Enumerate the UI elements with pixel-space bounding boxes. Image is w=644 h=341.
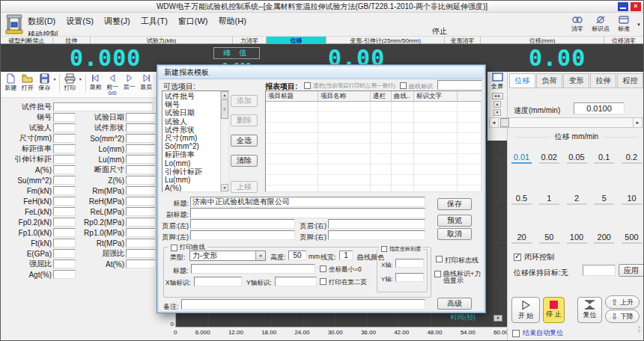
menu-item[interactable]: 帮助(H): [214, 14, 252, 28]
field-input[interactable]: [126, 218, 156, 227]
apply-button[interactable]: 应用: [619, 264, 644, 277]
speed-preset-button[interactable]: 0.02: [539, 153, 559, 164]
down-button[interactable]: ⇩ 下降: [605, 310, 640, 323]
curve-mark-force-checkbox[interactable]: [434, 271, 441, 277]
save-dropdown-icon[interactable]: [52, 73, 58, 82]
speed-preset-button[interactable]: 0.01: [511, 153, 532, 164]
menu-item[interactable]: 窗口(W): [174, 14, 214, 28]
header-right-input[interactable]: [328, 219, 425, 229]
field-input[interactable]: [53, 207, 76, 216]
remove-button[interactable]: 删除: [231, 114, 258, 126]
table-header-cell[interactable]: 标识文字: [414, 91, 458, 101]
speed-preset-button[interactable]: 0.2: [622, 153, 642, 164]
advanced-button[interactable]: 高级: [437, 298, 472, 310]
list-item[interactable]: 试件形状: [165, 126, 219, 134]
field-input[interactable]: [126, 165, 156, 174]
field-input[interactable]: [53, 176, 76, 185]
speed-preset-button[interactable]: 0.5: [511, 194, 532, 205]
print-button[interactable]: 打印: [61, 73, 78, 91]
fullscreen-button[interactable]: 全屏: [488, 73, 506, 90]
channel-segment[interactable]: 位移: [267, 37, 326, 43]
peak-value-button[interactable]: 峰 值: [213, 47, 260, 59]
slider-right-arrow-icon[interactable]: [633, 118, 642, 127]
curve-mark-input[interactable]: [437, 80, 482, 90]
list-item[interactable]: So(mm^2): [165, 142, 219, 150]
list-item[interactable]: 试验人: [165, 117, 219, 126]
field-input[interactable]: [126, 186, 156, 195]
field-input[interactable]: [126, 155, 156, 164]
footer-left-input[interactable]: [190, 230, 295, 240]
field-input[interactable]: [53, 186, 76, 195]
min-zero-checkbox[interactable]: [320, 265, 326, 272]
toolbar-dropdown-icon[interactable]: [637, 22, 641, 33]
select-all-button[interactable]: 全选: [231, 135, 258, 147]
speed-preset-button[interactable]: 2: [567, 194, 587, 205]
available-items-list[interactable]: 试件批号钢号试验日期试验人试件形状尺寸(mm)So(mm^2)标距倍率Lo(mm…: [162, 90, 229, 192]
control-tab[interactable]: 变形: [563, 73, 589, 87]
field-input[interactable]: [126, 249, 156, 258]
speed-preset-button[interactable]: 1: [539, 194, 559, 205]
clear-button[interactable]: 清除: [231, 155, 258, 167]
speed-input[interactable]: 0.0100: [574, 102, 625, 114]
auto-reset-checkbox[interactable]: [512, 330, 520, 337]
field-input[interactable]: [126, 197, 156, 206]
speed-preset-button[interactable]: 0.1: [594, 153, 614, 164]
new-button[interactable]: 新建: [2, 73, 19, 91]
up-button[interactable]: ⇧ 上升: [605, 295, 640, 309]
field-input[interactable]: [126, 144, 156, 153]
field-input[interactable]: [126, 123, 156, 132]
field-input[interactable]: [53, 259, 76, 268]
note-input[interactable]: [181, 299, 425, 310]
cancel-button[interactable]: 取消: [437, 228, 472, 240]
fullrow-checkbox[interactable]: [304, 82, 311, 89]
axis-dropdown-icon[interactable]: [493, 315, 502, 322]
x-id-input[interactable]: [194, 277, 242, 286]
table-header-cell[interactable]: 项目名称: [318, 91, 371, 101]
select-arrow-icon[interactable]: [255, 251, 265, 260]
slider-left-arrow-icon[interactable]: [490, 118, 499, 127]
channel-segment[interactable]: 破型判断禁止: [1, 37, 53, 43]
speed-preset-button[interactable]: 0.05: [567, 153, 587, 164]
list-item[interactable]: A(%): [165, 184, 219, 192]
open-button[interactable]: 打开: [19, 73, 35, 91]
speed-preset-button[interactable]: 20: [511, 233, 532, 244]
spin-up-icon[interactable]: [493, 101, 501, 108]
list-item[interactable]: 试件批号: [165, 92, 219, 100]
speed-preset-button[interactable]: 10: [622, 194, 642, 205]
list-item[interactable]: Lu(mm): [165, 176, 219, 184]
control-tab[interactable]: 负荷: [536, 73, 562, 87]
control-tab[interactable]: 程控: [617, 73, 643, 87]
print-mark-line-checkbox[interactable]: [436, 256, 443, 262]
speed-slider[interactable]: [489, 117, 643, 128]
table-header-cell[interactable]: 项目标题: [266, 91, 318, 101]
speed-preset-button[interactable]: 500: [622, 233, 642, 244]
h-scroll-toggle-icon[interactable]: [492, 93, 503, 99]
hold-target-input[interactable]: [583, 265, 616, 276]
preview-button[interactable]: 预览: [437, 215, 472, 227]
speed-preset-button[interactable]: 5: [594, 194, 614, 205]
field-input[interactable]: [53, 197, 76, 206]
speed-preset-button[interactable]: 50: [539, 233, 559, 244]
menu-item[interactable]: 工具(T): [136, 14, 174, 28]
field-input[interactable]: [53, 218, 76, 227]
table-header-cell[interactable]: 曲线..: [392, 91, 414, 101]
list-item[interactable]: 试验日期: [165, 108, 219, 117]
slider-thumb[interactable]: [500, 118, 509, 127]
field-input[interactable]: [53, 123, 76, 132]
print-dropdown-icon[interactable]: [79, 73, 84, 82]
dialog-title-bar[interactable]: 新建报表模板: [159, 67, 484, 79]
channel-segment[interactable]: 拉伸: [53, 37, 91, 43]
scroll-up-icon[interactable]: [221, 91, 228, 99]
channel-segment[interactable]: 位移清零: [604, 37, 643, 43]
channel-segment[interactable]: 变形清零: [445, 37, 481, 43]
field-input[interactable]: [126, 228, 156, 237]
scroll-down-icon[interactable]: [221, 184, 228, 191]
prev-record-button[interactable]: 前一: [104, 73, 121, 90]
spin-down-icon[interactable]: [493, 109, 501, 116]
speed-preset-button[interactable]: 200: [594, 233, 614, 244]
menu-item[interactable]: 设置(S): [61, 14, 100, 28]
list-item[interactable]: 钢号: [165, 100, 219, 108]
subtitle-field-input[interactable]: [190, 208, 425, 218]
closed-loop-checkbox[interactable]: [514, 254, 521, 261]
field-input[interactable]: [53, 165, 76, 174]
